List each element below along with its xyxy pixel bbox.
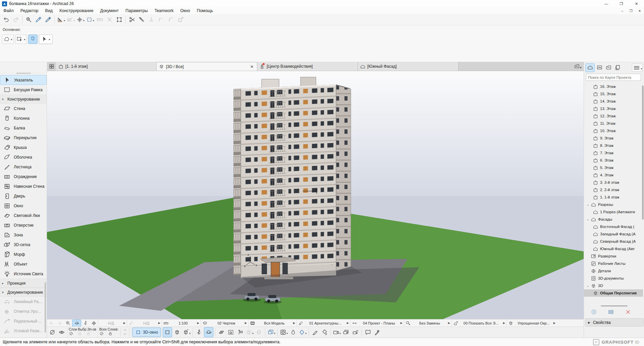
tree-item[interactable]: 7. Этаж [584,149,643,157]
orbit-button[interactable] [72,320,81,327]
explore-walk-button[interactable] [81,320,90,327]
menu-параметры[interactable]: Параметры [122,7,151,14]
copy-camera-button[interactable] [342,328,351,337]
tool-objectx[interactable]: Объект [0,259,47,269]
tree-item[interactable]: 5. Этаж [584,164,643,171]
chevron-right-icon[interactable]: ▶ [245,322,247,325]
doc-close-icon[interactable]: ✕ [635,8,644,14]
virtual-trace-button[interactable] [226,328,235,337]
intersect-button[interactable] [157,15,166,24]
chevron-down-icon[interactable]: ▾ [83,19,85,22]
tree-item[interactable]: Западный Фасад (А [584,230,643,238]
tree-item[interactable]: Северный Фасад (А [584,238,643,245]
chevron-right-icon[interactable]: ▶ [400,322,402,325]
filter-elements-button[interactable]: ▾ [279,328,288,337]
tool-dimang[interactable]: Угловой Разм... [0,326,47,336]
tool-opening[interactable]: Отверстие [0,220,47,230]
chevron-down-icon[interactable]: ▾ [64,19,65,22]
nav-add-view-button[interactable] [588,309,600,316]
fillet-button[interactable] [166,15,175,24]
new-camera-button[interactable]: ▾ [332,328,341,337]
zoom-value-selector[interactable]: Н/Д▶ [98,320,127,327]
3d-window-button[interactable]: 3D-окно [132,328,161,337]
sun-study-button[interactable]: ▾ [245,328,254,337]
nav-settings-button[interactable] [605,309,617,316]
chevron-right-icon[interactable]: ▶ [293,322,295,325]
undo-button[interactable] [2,15,11,24]
tree-item[interactable]: 14. Этаж [584,98,643,105]
layout-book-button[interactable] [604,64,613,72]
snap-points-button[interactable]: ▾ [76,15,85,24]
tool-stair[interactable]: Лестница [0,162,47,172]
renovation-filter-selector[interactable]: 00 Показать Все Э...▶ [451,320,506,327]
navigator-scrollbar[interactable] [642,85,644,220]
toolbox-drag-handle[interactable] [16,73,31,74]
tool-roof[interactable]: Крыша [0,142,47,152]
tool-cursor[interactable]: Указатель [0,75,47,85]
graphic-override-selector[interactable]: Без Замены▶ [404,320,451,327]
forward-button[interactable] [55,320,64,327]
project-map-search-input[interactable] [586,74,641,81]
hide-layer-button[interactable] [69,331,75,337]
magnet-snap-button[interactable] [28,35,38,44]
tool-railing[interactable]: Ограждение [0,172,47,181]
doc-restore-icon[interactable]: ❐ [627,8,635,14]
new-tab-icon[interactable] [574,63,580,69]
chevron-right-icon[interactable]: ▶ [158,322,160,325]
chevron-down-icon[interactable]: ▾ [286,332,288,335]
tree-item[interactable]: Восточный Фасад ( [584,223,643,230]
tree-item[interactable]: 10. Этаж [584,127,643,134]
transform-box-button[interactable] [115,15,124,24]
unlock-all-layers-button[interactable] [108,331,115,337]
view-tab-2[interactable]: [Центр Взаимодействия] [257,62,358,71]
tool-wall[interactable]: Стена [0,104,47,113]
constraint-button[interactable] [105,15,114,24]
navigator-menu-button[interactable]: ▸ [632,64,643,72]
tool-dimlev[interactable]: Отметка Уро... [0,306,47,316]
tool-curtain[interactable]: Навесная Стена [0,181,47,191]
maximize-icon[interactable]: ❐ [614,0,629,7]
surface-painter-button[interactable] [311,328,319,337]
tool-beam[interactable]: Балка [0,123,47,133]
tree-item[interactable]: 3. 3-й этаж [584,179,643,186]
unlock-layer-button[interactable] [86,331,93,337]
tool-shell[interactable]: Оболочка [0,152,47,162]
marquee-select-mode-button[interactable]: ▸ [15,35,27,44]
tool-windowx[interactable]: Окно [0,201,47,211]
tree-item[interactable]: Развертки [584,252,643,260]
properties-section-header[interactable]: ▶ Свойства [585,318,644,327]
tool-column[interactable]: Колонна [0,113,47,123]
transfer-settings-button[interactable]: ▾ [267,328,276,337]
tool-skylight[interactable]: Световой Люк [0,211,47,220]
back-button[interactable] [47,320,55,327]
tree-item[interactable]: Южный Фасад (Авт [584,245,643,252]
lock-layer-button[interactable] [77,331,84,337]
chevron-right-icon[interactable]: ▶ [448,322,450,325]
chevron-right-icon[interactable]: ▶ [123,322,125,325]
close-icon[interactable]: ✕ [629,0,644,7]
snap-guides-button[interactable]: ▾ [86,15,95,24]
toolbox-scrollbar[interactable] [45,282,46,333]
redo-button[interactable] [11,15,20,24]
chevron-right-icon[interactable]: ▸ [11,38,12,41]
3d-style-selector[interactable]: Упрощенная Окр...▶ [506,320,557,327]
tree-item[interactable]: 13. Этаж [584,105,643,112]
camera-view-button[interactable] [236,328,245,337]
explore-walk-button[interactable] [195,328,203,337]
tree-item[interactable]: ⌄Фасады [584,216,643,223]
minimize-icon[interactable]: — [599,0,614,7]
chevron-right-icon[interactable]: ▸ [24,38,25,41]
axonometry-box-button[interactable] [173,328,181,337]
tool-door[interactable]: Дверь [0,191,47,201]
toolbox-group-проекция[interactable]: ▸Проекция [0,279,47,288]
layer-combination-selector[interactable]: 02 Чертеж▶ [201,320,248,327]
project-map-button[interactable] [585,63,595,72]
pen-set-selector[interactable]: 01 Архитектурны...▶ [297,320,350,327]
tab-overview-button[interactable] [47,62,56,71]
chevron-down-icon[interactable]: ⌄ [587,203,591,206]
tree-item[interactable]: Рабочие Листы [584,260,643,267]
markup-bubble-button[interactable] [364,328,372,337]
chevron-right-icon[interactable]: ▶ [197,322,199,325]
nav-delete-button[interactable] [622,309,634,316]
close-tab-icon[interactable]: ✕ [249,64,255,69]
